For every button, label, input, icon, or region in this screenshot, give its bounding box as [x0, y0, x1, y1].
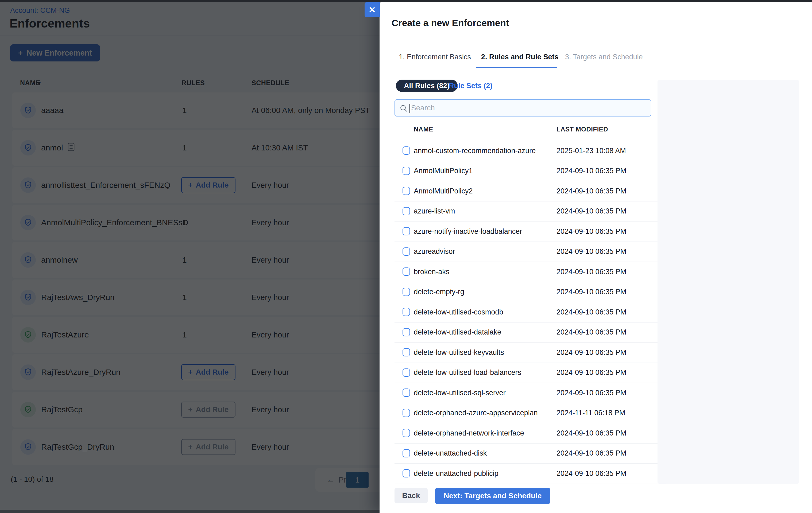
rule-name: delete-unattached-publicip [414, 463, 498, 483]
rule-last-modified: 2024-09-10 06:35 PM [556, 221, 626, 241]
rule-name: delete-low-utilised-sql-server [414, 383, 506, 403]
step-targets-and-schedule: 3. Targets and Schedule [565, 46, 643, 68]
rule-row: delete-empty-rg2024-09-10 06:35 PM [395, 282, 666, 302]
rule-row: broken-aks2024-09-10 06:35 PM [395, 262, 666, 282]
rule-name: azure-notify-inactive-loadbalancer [414, 221, 522, 241]
rule-last-modified: 2024-09-10 06:35 PM [556, 423, 626, 443]
rule-name: delete-orphaned-azure-appserviceplan [414, 403, 538, 423]
next-targets-schedule-button[interactable]: Next: Targets and Schedule [435, 488, 550, 504]
rules-column-modified: LAST MODIFIED [556, 126, 608, 133]
rule-row: delete-low-utilised-keyvaults2024-09-10 … [395, 342, 666, 363]
rule-last-modified: 2024-09-10 06:35 PM [556, 363, 626, 383]
rule-last-modified: 2025-01-23 10:08 AM [556, 141, 626, 160]
rule-name: delete-low-utilised-datalake [414, 323, 501, 342]
rule-name: broken-aks [414, 262, 450, 282]
rule-checkbox[interactable] [403, 146, 410, 155]
rule-last-modified: 2024-09-10 06:35 PM [556, 242, 626, 262]
window-bottom-edge [0, 510, 380, 513]
rule-last-modified: 2024-09-10 06:35 PM [556, 342, 626, 362]
preview-panel [658, 80, 799, 484]
close-icon: ✕ [369, 5, 376, 15]
rule-checkbox[interactable] [403, 409, 410, 417]
rule-name: delete-empty-rg [414, 282, 464, 302]
rule-checkbox[interactable] [403, 207, 410, 215]
search-input[interactable] [395, 100, 651, 116]
rule-checkbox[interactable] [403, 167, 410, 175]
rule-name: delete-low-utilised-cosmodb [414, 302, 503, 322]
rule-name: azureadvisor [414, 242, 455, 262]
rule-last-modified: 2024-11-11 06:18 PM [556, 403, 625, 423]
rule-row: delete-orphaned-network-interface2024-09… [395, 423, 666, 444]
rule-last-modified: 2024-09-10 06:35 PM [556, 262, 626, 282]
rule-checkbox[interactable] [403, 187, 410, 195]
rule-row: azure-notify-inactive-loadbalancer2024-0… [395, 221, 666, 242]
rule-last-modified: 2024-09-10 06:35 PM [556, 323, 626, 342]
rule-row: AnmolMultiPolicy12024-09-10 06:35 PM [395, 161, 666, 181]
rule-checkbox[interactable] [403, 429, 410, 437]
rule-name: delete-unattached-disk [414, 444, 487, 463]
rule-checkbox[interactable] [403, 288, 410, 296]
tab-rule-sets[interactable]: Rule Sets (2) [447, 80, 494, 92]
rule-name: delete-low-utilised-keyvaults [414, 342, 504, 362]
rule-row: delete-unattached-disk2024-09-10 06:35 P… [395, 444, 666, 464]
close-drawer-button[interactable]: ✕ [365, 2, 380, 18]
rule-name: delete-orphaned-network-interface [414, 423, 524, 443]
rule-checkbox[interactable] [403, 469, 410, 478]
rule-checkbox[interactable] [403, 328, 410, 336]
rule-name: azure-list-vm [414, 202, 455, 221]
back-button[interactable]: Back [395, 488, 428, 503]
rule-row: delete-low-utilised-datalake2024-09-10 0… [395, 323, 666, 343]
rule-row: delete-low-utilised-load-balancers2024-0… [395, 363, 666, 383]
rule-row: delete-orphaned-azure-appserviceplan2024… [395, 403, 666, 423]
rule-row: AnmolMultiPolicy22024-09-10 06:35 PM [395, 181, 666, 202]
window-top-edge [0, 0, 812, 2]
rule-last-modified: 2024-09-10 06:35 PM [556, 302, 626, 322]
rule-name: AnmolMultiPolicy1 [414, 161, 473, 181]
rule-name: AnmolMultiPolicy2 [414, 181, 473, 201]
rule-row: azureadvisor2024-09-10 06:35 PM [395, 242, 666, 262]
rule-name: delete-low-utilised-load-balancers [414, 363, 521, 383]
rules-search [395, 99, 651, 117]
rule-checkbox[interactable] [403, 368, 410, 377]
create-enforcement-drawer: Create a new Enforcement 1. Enforcement … [380, 2, 812, 513]
rule-row: azure-list-vm2024-09-10 06:35 PM [395, 202, 666, 222]
rule-checkbox[interactable] [403, 308, 410, 316]
rule-checkbox[interactable] [403, 247, 410, 256]
rules-table: anmol-custom-recommendation-azure2025-01… [395, 141, 666, 484]
modal-dim-overlay [0, 0, 380, 513]
rule-checkbox[interactable] [403, 227, 410, 235]
rule-name: anmol-custom-recommendation-azure [414, 141, 535, 160]
wizard-steps: 1. Enforcement Basics 2. Rules and Rule … [380, 46, 812, 68]
rule-last-modified: 2024-09-10 06:35 PM [556, 202, 626, 221]
rule-checkbox[interactable] [403, 389, 410, 397]
active-step-underline [476, 67, 557, 68]
rule-last-modified: 2024-09-10 06:35 PM [556, 161, 626, 181]
screen: Account: CCM-NG Enforcements + New Enfor… [0, 0, 812, 513]
step-enforcement-basics[interactable]: 1. Enforcement Basics [399, 46, 471, 68]
rule-row: delete-low-utilised-sql-server2024-09-10… [395, 383, 666, 403]
rule-checkbox[interactable] [403, 348, 410, 356]
rule-row: delete-unattached-publicip2024-09-10 06:… [395, 463, 666, 484]
rule-last-modified: 2024-09-10 06:35 PM [556, 463, 626, 483]
step-rules-and-rule-sets[interactable]: 2. Rules and Rule Sets [481, 46, 559, 68]
rule-last-modified: 2024-09-10 06:35 PM [556, 181, 626, 201]
drawer-title: Create a new Enforcement [392, 18, 509, 28]
rule-row: anmol-custom-recommendation-azure2025-01… [395, 141, 666, 161]
rule-last-modified: 2024-09-10 06:35 PM [556, 383, 626, 403]
rule-row: delete-low-utilised-cosmodb2024-09-10 06… [395, 302, 666, 323]
rule-checkbox[interactable] [403, 449, 410, 457]
rule-last-modified: 2024-09-10 06:35 PM [556, 282, 626, 302]
rule-checkbox[interactable] [403, 268, 410, 276]
rules-column-name: NAME [414, 126, 433, 133]
rule-last-modified: 2024-09-10 06:35 PM [556, 444, 626, 463]
